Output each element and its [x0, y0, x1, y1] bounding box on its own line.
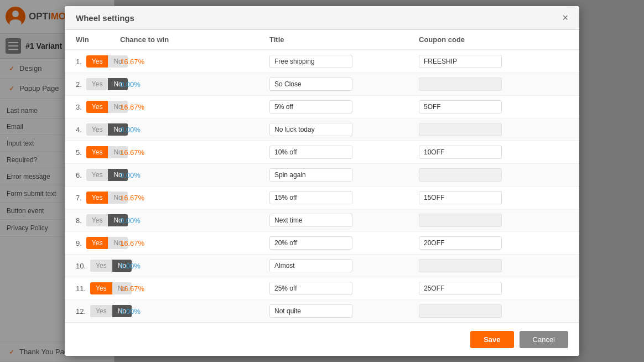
row-index-col: 8. Yes No	[76, 214, 120, 226]
row-index-col: 4. Yes No	[76, 123, 120, 136]
yes-button[interactable]: Yes	[86, 146, 108, 158]
coupon-input[interactable]	[419, 236, 502, 250]
coupon-col	[419, 55, 568, 68]
row-number: 5.	[76, 148, 82, 157]
coupon-col	[419, 146, 568, 159]
coupon-col	[419, 304, 568, 318]
yes-button[interactable]: Yes	[90, 260, 112, 272]
row-number: 10.	[76, 262, 86, 270]
yes-button[interactable]: Yes	[86, 55, 108, 68]
row-index-col: 12. Yes No	[76, 305, 120, 317]
title-input[interactable]	[269, 191, 352, 204]
title-input[interactable]	[269, 146, 352, 159]
yes-button[interactable]: Yes	[90, 282, 112, 294]
row-number: 6.	[76, 171, 82, 179]
title-input[interactable]	[269, 282, 352, 295]
coupon-input[interactable]	[419, 146, 502, 159]
chance-col: 16.67%	[120, 103, 269, 111]
table-row: 4. Yes No 0.00%	[65, 118, 579, 141]
title-input[interactable]	[269, 214, 352, 227]
yes-button[interactable]: Yes	[86, 237, 108, 249]
yes-button[interactable]: Yes	[86, 101, 108, 113]
chance-value: 16.67%	[120, 285, 144, 293]
chance-value: 0.00%	[120, 216, 141, 225]
table-header: Win Chance to win Title Coupon code	[65, 30, 579, 50]
col-title: Title	[269, 35, 419, 44]
modal-footer: Save Cancel	[65, 323, 579, 356]
row-index-col: 3. Yes No	[76, 101, 120, 113]
title-input[interactable]	[269, 259, 352, 272]
title-col	[269, 191, 419, 204]
chance-value: 16.67%	[120, 103, 144, 111]
chance-col: 16.67%	[120, 239, 269, 247]
yes-button[interactable]: Yes	[86, 78, 108, 90]
title-col	[269, 236, 419, 250]
title-input[interactable]	[269, 236, 352, 250]
coupon-input	[419, 214, 502, 227]
title-input[interactable]	[269, 168, 352, 182]
coupon-col	[419, 191, 568, 204]
yes-button[interactable]: Yes	[90, 305, 112, 317]
row-index-col: 9. Yes No	[76, 237, 120, 249]
yes-button[interactable]: Yes	[86, 214, 108, 226]
table-row: 9. Yes No 16.67%	[65, 232, 579, 255]
chance-col: 0.00%	[120, 216, 269, 225]
row-index-col: 11. Yes No	[76, 282, 120, 294]
title-input[interactable]	[269, 304, 352, 318]
title-input[interactable]	[269, 100, 352, 113]
yes-button[interactable]: Yes	[86, 169, 108, 181]
title-col	[269, 55, 419, 68]
coupon-input[interactable]	[419, 191, 502, 204]
title-col	[269, 123, 419, 136]
title-col	[269, 100, 419, 113]
coupon-input[interactable]	[419, 100, 502, 113]
row-number: 12.	[76, 307, 86, 316]
table-row: 8. Yes No 0.00%	[65, 209, 579, 232]
title-col	[269, 214, 419, 227]
table-row: 6. Yes No 0.00%	[65, 164, 579, 187]
coupon-input[interactable]	[419, 282, 502, 295]
chance-col: 16.67%	[120, 285, 269, 293]
chance-col: 0.00%	[120, 126, 269, 134]
wheel-settings-modal: Wheel settings × Win Chance to win Title…	[65, 6, 579, 356]
coupon-input[interactable]	[419, 55, 502, 68]
coupon-input	[419, 77, 502, 91]
coupon-input	[419, 168, 502, 182]
row-index-col: 10. Yes No	[76, 260, 120, 272]
coupon-col	[419, 168, 568, 182]
chance-col: 0.00%	[120, 171, 269, 179]
coupon-col	[419, 77, 568, 91]
table-row: 2. Yes No 0.00%	[65, 73, 579, 96]
coupon-col	[419, 123, 568, 136]
title-input[interactable]	[269, 123, 352, 136]
coupon-input	[419, 259, 502, 272]
chance-value: 0.00%	[120, 307, 141, 316]
row-index-col: 6. Yes No	[76, 169, 120, 181]
table-row: 5. Yes No 16.67%	[65, 141, 579, 164]
chance-col: 0.00%	[120, 262, 269, 270]
chance-value: 0.00%	[120, 80, 141, 89]
chance-value: 16.67%	[120, 148, 144, 157]
cancel-button[interactable]: Cancel	[520, 331, 568, 348]
yes-button[interactable]: Yes	[86, 192, 108, 204]
coupon-col	[419, 100, 568, 113]
title-col	[269, 168, 419, 182]
row-number: 9.	[76, 239, 82, 247]
table-row: 3. Yes No 16.67%	[65, 96, 579, 118]
close-button[interactable]: ×	[562, 13, 568, 23]
title-col	[269, 146, 419, 159]
col-chance: Chance to win	[120, 35, 269, 44]
title-col	[269, 259, 419, 272]
title-input[interactable]	[269, 77, 352, 91]
title-input[interactable]	[269, 55, 352, 68]
yes-button[interactable]: Yes	[86, 123, 108, 136]
table-row: 1. Yes No 16.67%	[65, 50, 579, 73]
col-win: Win	[76, 35, 120, 44]
coupon-col	[419, 282, 568, 295]
table-row: 7. Yes No 16.67%	[65, 187, 579, 209]
row-index-col: 7. Yes No	[76, 192, 120, 204]
row-number: 4.	[76, 126, 82, 134]
row-index-col: 2. Yes No	[76, 78, 120, 90]
save-button[interactable]: Save	[470, 331, 513, 348]
table-row: 12. Yes No 0.00%	[65, 300, 579, 323]
